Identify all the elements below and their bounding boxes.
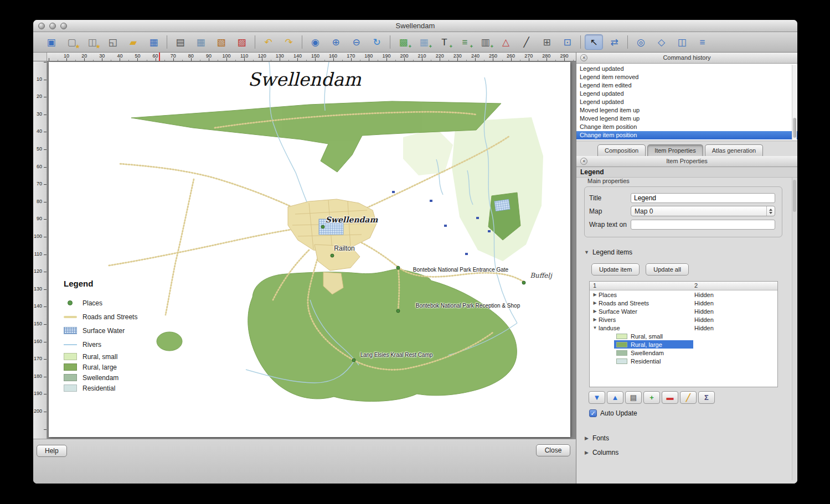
edit-item-button[interactable]: ╱ (680, 391, 697, 404)
ruler-number: 260 (506, 53, 517, 59)
command-history-entry[interactable]: Change item position (576, 123, 797, 131)
tree-expand-icon[interactable]: ▶ (591, 292, 599, 297)
remove-item-button[interactable]: ▬ (662, 391, 678, 404)
zoom-to-selection-button[interactable]: ◎ (632, 34, 650, 50)
columns-disclosure[interactable]: ▶ Columns (585, 449, 618, 456)
auto-update-checkbox[interactable] (589, 409, 597, 417)
map-label: Bontebok National Park Entrance Gate (413, 267, 508, 273)
move-item-down-button[interactable]: ▼ (589, 391, 605, 404)
map-legend-entry: Rural, large (64, 362, 137, 372)
align-items-button[interactable]: ≡ (693, 34, 712, 50)
undo-button[interactable]: ↶ (259, 34, 277, 50)
tree-row[interactable]: ▶ Rivers Hidden (590, 315, 777, 324)
map-select-value: Map 0 (635, 207, 653, 215)
group-items-button[interactable]: ◫ (673, 34, 691, 50)
ruler-number: 280 (541, 53, 552, 59)
tree-row[interactable]: ▶ Roads and Streets Hidden (590, 299, 777, 307)
ruler-number: 160 (33, 339, 42, 344)
print-button[interactable]: ▤ (171, 34, 189, 50)
item-button-icon: ╱ (686, 393, 690, 402)
export-svg-button[interactable]: ▧ (212, 34, 230, 50)
scrollbar-thumb[interactable] (793, 180, 796, 212)
composer-canvas[interactable]: Swellendam SwellendamRailtonBontebok Nat… (47, 61, 576, 439)
load-template-button[interactable]: ▰ (124, 34, 142, 50)
map-select[interactable]: Map 0 (631, 206, 775, 216)
add-attribute-table-button[interactable]: ⊞ (538, 34, 556, 50)
zoom-out-button[interactable]: ⊖ (347, 34, 365, 50)
add-image-button[interactable]: ▦ + (415, 34, 433, 50)
zoom-in-button[interactable]: ⊕ (327, 34, 345, 50)
layer-color-swatch (616, 358, 627, 364)
command-history-scrollbar[interactable] (792, 65, 797, 140)
tree-expand-icon[interactable]: ▶ (591, 300, 599, 305)
export-pdf-button[interactable]: ▨ (233, 34, 251, 50)
properties-scrollbar[interactable] (792, 178, 797, 480)
close-button[interactable]: Close (536, 444, 570, 456)
command-history-entry[interactable]: Legend updated (576, 65, 797, 73)
legend-items-disclosure[interactable]: ▼ Legend items (584, 248, 632, 256)
tree-expand-icon[interactable]: ▶ (591, 317, 599, 322)
wrap-text-input[interactable] (631, 220, 775, 230)
new-composer-button[interactable]: ▢ ★ (63, 34, 81, 50)
command-history-entry[interactable]: Legend item edited (576, 81, 797, 90)
update-item-button[interactable]: Update item (591, 263, 640, 276)
disclosure-right-icon: ▶ (585, 435, 589, 441)
add-shape-button[interactable]: △ (497, 34, 515, 50)
help-button[interactable]: Help (37, 445, 67, 457)
add-arrow-button[interactable]: ╱ (517, 34, 535, 50)
tree-expand-icon[interactable]: ▼ (591, 325, 599, 330)
tree-row[interactable]: Swellendam (590, 349, 777, 357)
move-item-content-button[interactable]: ⇄ (605, 34, 623, 50)
legend-title-input[interactable] (631, 193, 775, 203)
ruler-number: 220 (434, 53, 445, 59)
toolbar-icon: ▨ (237, 38, 246, 47)
toolbar-separator (390, 35, 390, 49)
tree-row[interactable]: Rural, large (590, 340, 777, 349)
count-features-button[interactable]: Σ (698, 391, 715, 404)
command-history-entry[interactable]: Legend updated (576, 90, 797, 98)
duplicate-composer-button[interactable]: ◫ ★ (83, 34, 101, 50)
map-legend-item[interactable]: Legend Places Roads and Streets Surface … (64, 279, 137, 393)
main-properties-group: Title Map Map 0 Wrap text on (584, 186, 782, 237)
command-history-entry[interactable]: Change item position (576, 131, 797, 139)
edit-nodes-button[interactable]: ◇ (652, 34, 671, 50)
panel-tab[interactable]: Item Properties (647, 144, 703, 156)
add-html-button[interactable]: ⊡ (558, 34, 576, 50)
save-as-template-button[interactable]: ▦ (145, 34, 163, 50)
scrollbar-thumb[interactable] (793, 118, 796, 138)
select-move-item-button[interactable]: ↖ (585, 34, 603, 50)
zoom-full-button[interactable]: ◉ (306, 34, 324, 50)
add-map-button[interactable]: ▩ + (394, 34, 413, 50)
command-history-entry[interactable]: Moved legend item up (576, 115, 797, 123)
command-history-entry[interactable]: Legend item removed (576, 73, 797, 81)
add-item-button[interactable]: + (643, 391, 660, 404)
ruler-number: 290 (559, 53, 570, 59)
add-legend-button[interactable]: ≡ + (456, 34, 474, 50)
add-label-button[interactable]: T + (435, 34, 453, 50)
panel-tab[interactable]: Composition (597, 144, 646, 156)
legend-section-label: Legend (576, 167, 797, 178)
tree-row[interactable]: ▶ Places Hidden (590, 290, 777, 299)
tree-row[interactable]: Rural, small (590, 332, 777, 340)
panel-tab[interactable]: Atlas generation (705, 144, 764, 156)
add-scalebar-button[interactable]: ▥ + (476, 34, 494, 50)
paste-style-button[interactable]: ▤ (625, 391, 642, 404)
window-titlebar[interactable]: Swellendam (33, 20, 797, 32)
composer-manager-button[interactable]: ◱ (104, 34, 122, 50)
redo-button[interactable]: ↷ (280, 34, 298, 50)
tree-row[interactable]: Residential (590, 357, 777, 365)
command-history-entry[interactable]: Legend updated (576, 98, 797, 106)
refresh-view-button[interactable]: ↻ (368, 34, 386, 50)
save-composer-button[interactable]: ▣ (42, 34, 60, 50)
ruler-number: 110 (33, 251, 42, 257)
move-item-up-button[interactable]: ▲ (607, 391, 623, 404)
tree-row[interactable]: ▼ landuse Hidden (590, 324, 777, 332)
export-image-button[interactable]: ▦ (192, 34, 210, 50)
tree-row[interactable]: ▶ Surface Water Hidden (590, 307, 777, 315)
update-all-button[interactable]: Update all (646, 263, 689, 276)
fonts-disclosure[interactable]: ▶ Fonts (585, 434, 609, 442)
composition-page[interactable]: Swellendam SwellendamRailtonBontebok Nat… (49, 62, 570, 437)
layer-color-swatch (616, 342, 627, 347)
tree-expand-icon[interactable]: ▶ (591, 309, 599, 314)
command-history-entry[interactable]: Moved legend item up (576, 106, 797, 115)
